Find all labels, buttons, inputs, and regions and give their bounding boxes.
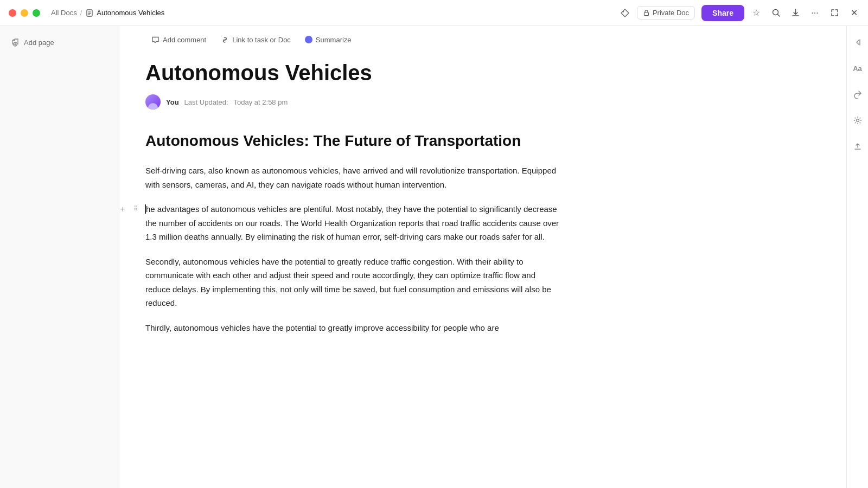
expand-icon[interactable] xyxy=(829,8,840,18)
search-icon[interactable] xyxy=(770,8,781,18)
share-link-icon[interactable] xyxy=(850,87,865,102)
doc-author: You xyxy=(166,98,179,106)
add-page-icon xyxy=(11,38,20,47)
link-icon xyxy=(220,35,229,44)
collapse-icon[interactable] xyxy=(850,35,865,50)
author-avatar xyxy=(145,94,161,110)
upload-icon[interactable] xyxy=(850,139,865,154)
tag-icon[interactable] xyxy=(620,8,630,18)
doc-toolbar: Add comment Link to task or Doc Summariz… xyxy=(119,26,846,51)
editor-area: Add comment Link to task or Doc Summariz… xyxy=(119,26,846,488)
doc-paragraph-4[interactable]: Thirdly, autonomous vehicles have the po… xyxy=(145,321,560,335)
close-icon[interactable]: ✕ xyxy=(848,8,859,18)
add-page-label: Add page xyxy=(24,38,54,47)
svg-point-4 xyxy=(623,11,624,12)
right-sidebar: Aa xyxy=(846,26,868,488)
traffic-lights xyxy=(9,9,40,17)
breadcrumb: All Docs / Autonomous Vehicles xyxy=(51,9,620,17)
last-updated-value: Today at 2:58 pm xyxy=(234,98,288,106)
private-doc-label: Private Doc xyxy=(653,9,689,17)
private-doc-badge: Private Doc xyxy=(637,6,695,20)
block-add-button[interactable]: + xyxy=(119,203,128,214)
summarize-label: Summarize xyxy=(316,36,352,44)
more-icon[interactable]: ··· xyxy=(809,8,820,18)
link-task-button[interactable]: Link to task or Doc xyxy=(215,33,296,47)
add-comment-button[interactable]: Add comment xyxy=(145,33,212,47)
doc-content: Autonomous Vehicles You Last Updated: To… xyxy=(119,51,586,367)
last-updated-label: Last Updated: xyxy=(184,98,228,106)
breadcrumb-root[interactable]: All Docs xyxy=(51,9,77,17)
share-button[interactable]: Share xyxy=(701,5,744,21)
block-drag-handle[interactable]: ⠿ xyxy=(130,203,141,214)
settings-icon[interactable] xyxy=(850,113,865,128)
add-comment-label: Add comment xyxy=(163,36,206,44)
star-icon[interactable]: ☆ xyxy=(751,8,762,18)
add-page-button[interactable]: Add page xyxy=(7,35,112,50)
doc-meta: You Last Updated: Today at 2:58 pm xyxy=(145,94,560,110)
sidebar: Add page xyxy=(0,26,119,488)
svg-rect-5 xyxy=(644,12,648,16)
doc-paragraph-2[interactable]: + ⠿ he advantages of autonomous vehicles… xyxy=(145,202,560,244)
lock-icon xyxy=(643,9,650,16)
block-controls: + ⠿ xyxy=(119,203,141,214)
minimize-traffic-light[interactable] xyxy=(21,9,28,17)
maximize-traffic-light[interactable] xyxy=(33,9,40,17)
breadcrumb-doc-title[interactable]: Autonomous Vehicles xyxy=(97,9,164,17)
doc-paragraph-1[interactable]: Self-driving cars, also known as autonom… xyxy=(145,164,560,191)
doc-icon xyxy=(85,9,94,17)
link-task-label: Link to task or Doc xyxy=(232,36,291,44)
doc-paragraph-3[interactable]: Secondly, autonomous vehicles have the p… xyxy=(145,255,560,310)
main-layout: Add page Add comment xyxy=(0,26,868,488)
titlebar-right: Private Doc Share ☆ ··· xyxy=(620,5,859,21)
font-size-icon[interactable]: Aa xyxy=(850,61,865,76)
summarize-icon xyxy=(305,36,312,43)
comment-icon xyxy=(151,35,159,44)
paragraph2-text: he advantages of autonomous vehicles are… xyxy=(145,204,559,241)
doc-heading[interactable]: Autonomous Vehicles: The Future of Trans… xyxy=(145,131,560,151)
breadcrumb-current: Autonomous Vehicles xyxy=(85,9,164,17)
doc-title[interactable]: Autonomous Vehicles xyxy=(145,60,560,86)
svg-line-7 xyxy=(777,15,780,17)
titlebar-icons xyxy=(620,8,630,18)
summarize-button[interactable]: Summarize xyxy=(299,33,357,47)
action-icons: ☆ ··· ✕ xyxy=(751,8,859,18)
download-icon[interactable] xyxy=(790,8,801,18)
titlebar: All Docs / Autonomous Vehicles xyxy=(0,0,868,26)
svg-point-12 xyxy=(856,119,859,122)
close-traffic-light[interactable] xyxy=(9,9,16,17)
breadcrumb-separator: / xyxy=(80,9,82,17)
